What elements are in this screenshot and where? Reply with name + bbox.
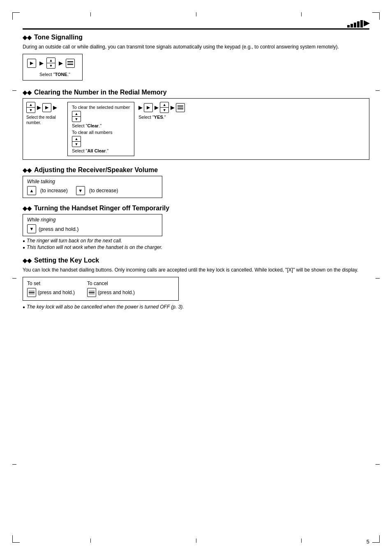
page-number: 5 [367,539,369,545]
corner-mark-bl [12,535,20,543]
updown-clear-row: ▲ ▼ [72,111,130,122]
tone-signalling-heading: Tone Signalling [34,34,83,41]
updown-all-row: ▲ ▼ [72,136,130,147]
ringer-box: While ringing ▼ (press and hold.) [23,214,162,236]
keylock-bullet-1: The key lock will also be cancelled when… [23,304,369,310]
up-key: ▲ [27,186,36,195]
clearing-left-row: ▲ ▼ ▶ ▶ ▶ [26,102,57,113]
menu-icon [66,59,75,68]
tick-mark [12,464,16,465]
while-ringing-label: While ringing [27,217,158,223]
corner-mark-tl [12,12,20,20]
down-key-ringer: ▼ [27,224,36,233]
turning-ringer-heading: Turning the Handset Ringer off Temporari… [34,205,169,212]
clearing-number-heading: Clearing the Number in the Redial Memory [34,89,167,96]
updown-key-icon: ▲ ▼ [46,58,55,69]
tick-mark [376,278,380,279]
updown-key-right: ▲ ▼ [160,102,169,113]
tick-mark [196,539,196,543]
decrease-label: (to decrease) [89,188,118,193]
clearing-number-title: ◆◆ Clearing the Number in the Redial Mem… [23,89,369,96]
arrow-icon: ▶ [39,60,43,66]
to-cancel-label: To cancel [87,281,135,286]
adjusting-volume-title: ◆◆ Adjusting the Receiver/Speaker Volume [23,166,369,174]
clear-all-label: To clear all numbers [72,130,130,135]
keylock-set-col: To set (press and hold.) [27,281,75,297]
clear-selected-label: To clear the selected number [72,105,130,110]
down-key: ▼ [76,186,85,195]
section-turning-ringer: ◆◆ Turning the Handset Ringer off Tempor… [23,205,369,250]
corner-mark-br [372,535,380,543]
select-redial-label: Select the redial number. [26,115,59,125]
keylock-set-row: (press and hold.) [27,288,75,297]
keylock-box: To set (press and hold.) To cancel [23,277,179,301]
adjusting-volume-heading: Adjusting the Receiver/Speaker Volume [34,166,158,174]
key-lock-title: ◆◆ Setting the Key Lock [23,257,369,264]
tick-mark [301,539,302,543]
tick-mark [196,12,196,16]
select-all-clear-label: Select "All Clear." [72,148,130,153]
clearing-right-section: ▶▶▶ ▲ ▼ ▶ Select "YES." [138,102,187,156]
main-content: ▶ ◆◆ Tone Signalling During an outside c… [23,23,369,532]
play-btn-right: ▶ [144,103,153,112]
set-press-label: (press and hold.) [38,290,75,295]
top-rule [23,28,369,30]
keylock-cancel-col: To cancel (press and hold.) [87,281,135,297]
clearing-mid-section: To clear the selected number ▲ ▼ Select … [67,102,134,156]
section-key-lock: ◆◆ Setting the Key Lock You can lock the… [23,257,369,310]
diamonds-icon: ◆◆ [23,167,32,173]
turning-ringer-title: ◆◆ Turning the Handset Ringer off Tempor… [23,205,369,212]
keylock-cancel-row: (press and hold.) [87,288,135,297]
bullet-item-1: The ringer will turn back on for the nex… [23,238,369,244]
tick-mark [376,464,380,465]
section-clearing-number: ◆◆ Clearing the Number in the Redial Mem… [23,89,369,160]
diamonds-icon: ◆◆ [23,89,32,96]
diamonds-icon: ◆◆ [23,34,32,41]
menu-icon-right [176,103,185,112]
play-button-icon: ▶ [27,59,36,68]
tick-mark [376,90,380,91]
tick-mark [90,12,91,16]
section-adjusting-volume: ◆◆ Adjusting the Receiver/Speaker Volume… [23,166,369,198]
diamonds-icon: ◆◆ [23,205,32,212]
volume-row: ▲ (to increase) ▼ (to decrease) [27,186,158,195]
tick-mark [12,90,16,91]
bar5 [360,20,363,28]
key-lock-heading: Setting the Key Lock [34,257,99,264]
tone-instruction-label: Select "TONE." [39,72,70,77]
volume-box: While talking ▲ (to increase) ▼ (to decr… [23,176,162,198]
bar1 [347,25,350,28]
cancel-press-label: (press and hold.) [98,290,135,295]
while-talking-label: While talking [27,179,158,184]
tone-signalling-instr-box: ▶▶ ▲ ▼ ▶ Select "TONE." [23,54,83,81]
tone-signalling-body: During an outside call or while dialling… [23,43,369,51]
bar3 [354,23,356,28]
bar2 [350,24,353,28]
volume-bars-icon: ▶ [347,18,369,28]
menu-icon-cancel [87,288,96,297]
updown-key-left: ▲ ▼ [26,102,35,113]
play-btn-left: ▶ [42,103,51,112]
clearing-number-box: ▲ ▼ ▶ ▶ ▶ Select the redial number. To c… [23,98,369,160]
press-hold-label: (press and hold.) [39,226,79,232]
key-lock-body: You can lock the handset dialling button… [23,266,369,274]
increase-label: (to increase) [40,188,68,193]
tick-mark [12,278,16,279]
bullet-item-2: This function will not work when the han… [23,244,369,250]
menu-icon-set [27,288,36,297]
bar4 [357,21,360,28]
section-tone-signalling: ◆◆ Tone Signalling During an outside cal… [23,34,369,82]
tick-mark [301,12,302,16]
diamonds-icon: ◆◆ [23,257,32,264]
volume-arrow: ▶ [364,18,369,28]
to-set-label: To set [27,281,75,286]
arrow-icon2: ▶ [59,60,62,66]
ringer-bullets: The ringer will turn back on for the nex… [23,238,369,250]
keylock-bullets: The key lock will also be cancelled when… [23,304,369,310]
select-clear-label: Select "Clear." [72,123,130,128]
tick-mark [90,539,91,543]
updown-key-mid2: ▲ ▼ [72,136,81,147]
ringer-row: ▼ (press and hold.) [27,224,158,233]
tone-signalling-title: ◆◆ Tone Signalling [23,34,369,41]
updown-key-mid: ▲ ▼ [72,111,81,122]
